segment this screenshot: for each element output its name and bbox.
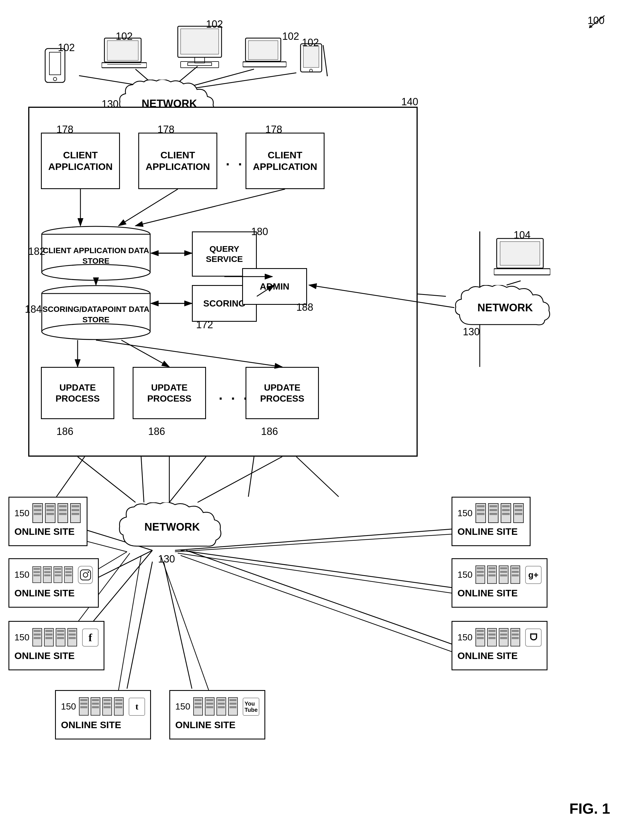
network-label-right: NETWORK: [478, 302, 533, 314]
svg-rect-78: [494, 269, 550, 275]
svg-rect-103: [59, 505, 66, 508]
svg-rect-171: [500, 571, 507, 573]
ref-172: 172: [196, 319, 213, 331]
svg-rect-116: [44, 571, 51, 573]
svg-rect-37: [49, 52, 61, 75]
svg-rect-108: [72, 509, 79, 511]
svg-rect-211: [195, 703, 202, 705]
svg-rect-184: [489, 637, 496, 639]
device-laptop-right: [494, 237, 550, 282]
svg-rect-147: [477, 509, 484, 511]
servers-bc1: [79, 696, 124, 717]
svg-point-58: [42, 265, 150, 280]
svg-rect-136: [45, 637, 53, 639]
svg-rect-183: [489, 634, 496, 635]
svg-rect-179: [477, 634, 484, 635]
svg-rect-44: [181, 29, 219, 54]
svg-rect-138: [57, 630, 64, 632]
device-laptop2: [243, 37, 286, 72]
svg-line-82: [77, 457, 136, 503]
client-app-datastore: CLIENT APPLICATION DATA STORE: [41, 226, 151, 281]
site-tr3-inner: 150 ᗜ: [457, 627, 542, 648]
update-process-2: UPDATE PROCESS: [132, 367, 206, 419]
svg-rect-115: [44, 568, 51, 570]
svg-rect-175: [512, 571, 519, 573]
svg-rect-203: [103, 703, 111, 705]
svg-rect-190: [512, 630, 519, 632]
svg-rect-202: [103, 699, 111, 701]
client-app-1-label: CLIENT APPLICATION: [48, 149, 113, 173]
site-tr2-label: ONLINE SITE: [457, 588, 542, 599]
svg-rect-194: [81, 699, 87, 701]
svg-rect-96: [34, 509, 42, 511]
site-tl1-label: ONLINE SITE: [15, 526, 82, 537]
svg-rect-100: [47, 509, 54, 511]
svg-rect-176: [512, 574, 519, 576]
client-app-2: CLIENT APPLICATION: [138, 133, 217, 189]
svg-rect-154: [502, 505, 510, 508]
online-site-tr1: 150 ONLINE SITE: [452, 497, 531, 546]
svg-rect-40: [107, 40, 138, 60]
client-app-2-label: CLIENT APPLICATION: [145, 149, 210, 173]
svg-rect-112: [34, 571, 40, 573]
svg-rect-146: [477, 505, 484, 508]
ref-178-2: 178: [158, 124, 174, 136]
svg-rect-210: [195, 699, 202, 701]
network-cloud-right: NETWORK: [454, 285, 556, 330]
ref-150-tl1: 150: [15, 508, 29, 519]
svg-rect-188: [500, 637, 507, 639]
svg-rect-214: [206, 699, 213, 701]
ref-150-tr2: 150: [457, 569, 473, 580]
site-bc2-label: ONLINE SITE: [175, 719, 259, 731]
ref-102-3: 102: [206, 18, 223, 30]
update-3-label: UPDATE PROCESS: [260, 382, 304, 404]
admin-label: ADMIN: [260, 281, 289, 292]
update-2-label: UPDATE PROCESS: [147, 382, 191, 404]
svg-rect-117: [44, 574, 51, 576]
diagram: 100 102 102 102: [0, 0, 644, 834]
svg-rect-120: [55, 571, 61, 573]
client-app-1: CLIENT APPLICATION: [41, 133, 120, 189]
svg-line-92: [178, 553, 464, 595]
svg-rect-216: [206, 706, 213, 708]
svg-rect-143: [69, 634, 76, 635]
update-1-label: UPDATE PROCESS: [56, 382, 100, 404]
svg-rect-152: [490, 513, 497, 515]
svg-line-31: [181, 550, 468, 590]
ref-150-tr3: 150: [457, 632, 473, 643]
ref-102-4: 102: [282, 31, 299, 42]
admin-box: ADMIN: [242, 268, 307, 305]
facebook-icon: f: [82, 629, 98, 647]
svg-rect-224: [229, 706, 237, 708]
online-site-tl3: 150 f ONLINE SITE: [8, 621, 105, 670]
svg-rect-167: [489, 571, 496, 573]
svg-rect-208: [115, 706, 123, 708]
svg-rect-142: [69, 630, 76, 632]
svg-line-90: [161, 556, 211, 698]
svg-rect-109: [72, 513, 79, 515]
svg-rect-49: [249, 40, 278, 60]
servers-tl2: [32, 564, 74, 585]
svg-rect-204: [103, 706, 111, 708]
ref-102-1: 102: [58, 42, 75, 53]
ref-180: 180: [251, 226, 268, 238]
ref-150-bc2: 150: [175, 701, 190, 712]
svg-rect-222: [229, 699, 237, 701]
svg-rect-198: [92, 699, 99, 701]
ref-184: 184: [25, 304, 42, 315]
query-service-label: QUERY SERVICE: [206, 244, 243, 264]
ref-150-tr1: 150: [457, 508, 473, 519]
client-app-3: CLIENT APPLICATION: [245, 133, 324, 189]
svg-rect-52: [303, 46, 319, 68]
svg-rect-168: [489, 574, 496, 576]
online-site-bc1: 150 t ONLINE SITE: [55, 690, 151, 739]
twitter-icon: t: [129, 698, 145, 716]
svg-line-23: [249, 457, 254, 497]
svg-rect-124: [66, 571, 72, 573]
site-tl2-inner: 150: [15, 564, 93, 585]
svg-rect-187: [500, 634, 507, 635]
site-bc2-inner: 150 YouTube: [175, 696, 259, 717]
svg-rect-140: [57, 637, 64, 639]
site-tr1-label: ONLINE SITE: [457, 526, 525, 537]
svg-line-24: [296, 457, 339, 497]
